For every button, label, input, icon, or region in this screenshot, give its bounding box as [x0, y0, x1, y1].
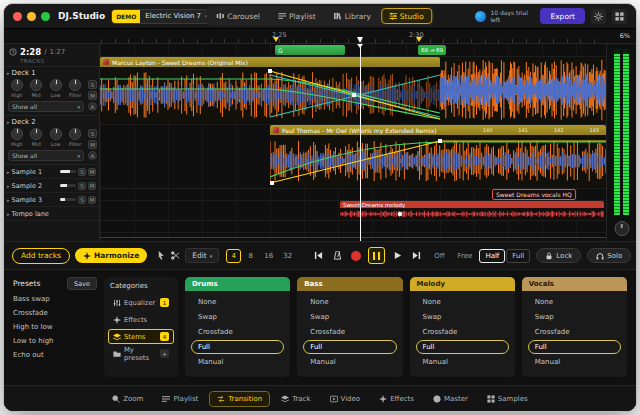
playhead-handle[interactable]	[357, 37, 363, 43]
sample-3-volume-slider[interactable]	[60, 198, 76, 201]
option-full[interactable]: Full	[191, 340, 284, 354]
deck-2-low-knob[interactable]	[50, 128, 62, 140]
deck-2-solo-button[interactable]: S	[88, 129, 97, 138]
close-window-button[interactable]	[13, 12, 22, 21]
sample-3-mute-button[interactable]: M	[88, 196, 96, 204]
option-swap[interactable]: Swap	[303, 310, 396, 324]
panel-tab-samples[interactable]: Samples	[479, 391, 536, 407]
pause-button[interactable]	[368, 247, 385, 264]
select-tool-button[interactable]	[157, 248, 166, 264]
sample-2-mute-button[interactable]: M	[88, 182, 96, 190]
option-manual[interactable]: Manual	[191, 355, 284, 369]
option-swap[interactable]: Swap	[416, 310, 509, 324]
panel-tab-master[interactable]: Master	[425, 391, 476, 407]
category-effects[interactable]: Effects	[108, 312, 174, 327]
deck1-next-clip[interactable]	[440, 57, 606, 123]
deck1-clip[interactable]: Marcus Layton - Sweet Dreams (Original M…	[100, 57, 440, 123]
option-swap[interactable]: Swap	[528, 310, 621, 324]
apps-button[interactable]	[612, 9, 627, 24]
playhead[interactable]	[360, 44, 361, 241]
solo-button[interactable]: Solo	[587, 248, 631, 263]
option-manual[interactable]: Manual	[303, 355, 396, 369]
cue-marker[interactable]	[416, 37, 422, 42]
melody-clip[interactable]: Sweet Dreams melody	[340, 201, 604, 220]
save-preset-button[interactable]: Save	[67, 277, 97, 290]
deck2-clip-header[interactable]: Paul Thomas - Mr Owl (Whoris my Extended…	[270, 125, 606, 135]
cut-tool-button[interactable]	[171, 248, 180, 264]
option-none[interactable]: None	[528, 295, 621, 309]
preset-item[interactable]: Crossfade	[13, 309, 97, 317]
skip-end-button[interactable]	[409, 249, 423, 263]
deck-1-header[interactable]: ▸ Deck 1	[7, 69, 96, 77]
sample-3-row[interactable]: ▸ Sample 3 S M	[4, 193, 99, 207]
sample-3-solo-button[interactable]: S	[78, 196, 86, 204]
panel-tab-playlist[interactable]: Playlist	[154, 391, 206, 407]
preset-item[interactable]: Bass swap	[13, 295, 97, 303]
option-none[interactable]: None	[303, 295, 396, 309]
option-manual[interactable]: Manual	[416, 355, 509, 369]
grid-size-4[interactable]: 4	[226, 249, 241, 263]
deck-1-low-knob[interactable]	[50, 79, 62, 91]
loop-mode-off[interactable]: Off	[428, 249, 450, 263]
category-my-presets[interactable]: My presets +	[108, 346, 174, 361]
deck-2-show-all-select[interactable]: Show all ▾	[8, 150, 84, 161]
timeline-ruler[interactable]: 2:25 2:30 6%	[4, 29, 636, 44]
deck-1-mid-knob[interactable]	[30, 79, 42, 91]
deck-2-filter-knob[interactable]	[69, 128, 81, 140]
automation-curves[interactable]	[270, 135, 606, 187]
edit-menu-button[interactable]: Edit ▾	[185, 248, 219, 263]
deck-1-filter-knob[interactable]	[69, 79, 81, 91]
cue-marker[interactable]	[273, 37, 279, 42]
option-crossfade[interactable]: Crossfade	[191, 325, 284, 339]
harmonize-button[interactable]: Harmonize	[75, 248, 147, 263]
timeline[interactable]: G 68 → 69 Marcus Layton - Sweet Dreams (…	[100, 44, 606, 241]
sample-2-solo-button[interactable]: S	[78, 182, 86, 190]
loop-mode-full[interactable]: Full	[506, 249, 530, 263]
export-button[interactable]: Export	[540, 8, 585, 24]
panel-tab-effects[interactable]: Effects	[371, 391, 422, 407]
key-clip[interactable]: G	[275, 45, 345, 55]
settings-button[interactable]	[591, 9, 606, 24]
deck1-clip-header[interactable]: Marcus Layton - Sweet Dreams (Original M…	[100, 57, 440, 67]
deck2-clip[interactable]: Paul Thomas - Mr Owl (Whoris my Extended…	[270, 125, 606, 187]
tab-library[interactable]: Library	[326, 8, 379, 24]
grid-size-16[interactable]: 16	[260, 249, 277, 263]
record-button[interactable]	[349, 249, 363, 263]
panel-tab-transition[interactable]: Transition	[209, 391, 270, 407]
deck-2-header[interactable]: ▸ Deck 2	[7, 118, 96, 126]
melody-clip-header[interactable]: Sweet Dreams melody	[340, 201, 604, 208]
lock-button[interactable]: Lock	[536, 248, 581, 263]
grid-size-8[interactable]: 8	[243, 249, 258, 263]
option-crossfade[interactable]: Crossfade	[303, 325, 396, 339]
grid-size-32[interactable]: 32	[279, 249, 296, 263]
option-manual[interactable]: Manual	[528, 355, 621, 369]
key-change-badge[interactable]: 68 → 69	[418, 45, 446, 55]
option-full[interactable]: Full	[528, 340, 621, 354]
deck-1-show-all-select[interactable]: Show all ▾	[8, 101, 84, 112]
play-button[interactable]	[390, 249, 404, 263]
deck-2-mid-knob[interactable]	[30, 128, 42, 140]
zoom-window-button[interactable]	[41, 12, 50, 21]
sample-2-row[interactable]: ▸ Sample 2 S M	[4, 179, 99, 193]
add-tracks-button[interactable]: Add tracks	[12, 248, 70, 264]
loop-mode-free[interactable]: Free	[452, 249, 479, 263]
vocals-clip[interactable]: Sweet Dreams vocals HQ	[492, 189, 576, 200]
preset-item[interactable]: Low to high	[13, 337, 97, 345]
panel-tab-video[interactable]: Video	[322, 391, 369, 407]
sample-1-solo-button[interactable]: S	[78, 168, 86, 176]
tempo-automation-line[interactable]	[100, 237, 606, 238]
tab-carousel[interactable]: Carousel	[208, 8, 268, 24]
option-none[interactable]: None	[191, 295, 284, 309]
master-knob[interactable]	[614, 221, 629, 236]
automation-curves[interactable]	[340, 208, 604, 220]
option-full[interactable]: Full	[416, 340, 509, 354]
project-selector[interactable]: DEMO Electric Vision 7 ▾	[111, 9, 212, 24]
category-stems[interactable]: Stems 4	[108, 329, 174, 344]
preset-item[interactable]: Echo out	[13, 351, 97, 359]
skip-start-button[interactable]	[311, 249, 325, 263]
metronome-button[interactable]	[330, 249, 344, 263]
deck-2-automation-button[interactable]: A	[88, 151, 97, 160]
sample-1-row[interactable]: ▸ Sample 1 S M	[4, 165, 99, 179]
loop-mode-half[interactable]: Half	[479, 249, 505, 263]
deck-1-solo-button[interactable]: S	[88, 80, 97, 89]
